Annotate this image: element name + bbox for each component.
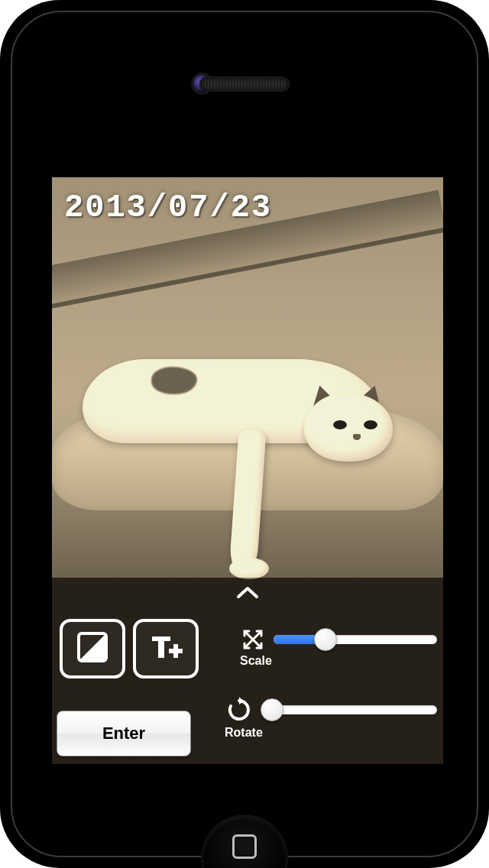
collapse-panel-button[interactable]: [236, 585, 259, 602]
expand-arrows-icon: [241, 628, 264, 651]
text-tool-button[interactable]: [133, 619, 199, 679]
date-stamp-overlay[interactable]: 2013/07/23: [64, 189, 272, 226]
home-button: [202, 816, 287, 868]
home-button-glyph: [232, 834, 257, 859]
photo-cat-eye: [333, 420, 347, 429]
slider-track: [261, 705, 437, 714]
rotate-slider-label: Rotate: [225, 726, 437, 740]
enter-button[interactable]: Enter: [57, 711, 191, 756]
rotate-slider[interactable]: [261, 698, 437, 721]
app-screen: 2013/07/23: [52, 177, 443, 764]
photo-cat-nose: [353, 434, 361, 440]
text-add-icon: [147, 629, 184, 669]
photo-cat-paw: [229, 558, 269, 579]
rotate-cw-icon: [226, 697, 252, 723]
rotate-slider-group: Rotate: [226, 697, 437, 740]
chevron-up-icon: [236, 588, 259, 601]
earpiece-speaker: [201, 78, 289, 90]
device-frame: 2013/07/23: [0, 0, 489, 868]
slider-thumb[interactable]: [314, 628, 337, 651]
photo-cat-eye: [364, 420, 377, 429]
scale-slider-group: Scale: [241, 628, 437, 668]
photo-cat-head: [304, 393, 393, 462]
slider-thumb[interactable]: [261, 698, 283, 721]
photo-cat-spot: [151, 367, 197, 394]
filter-tool-button[interactable]: [60, 619, 125, 679]
filter-contrast-icon: [74, 629, 111, 669]
edit-controls-panel: Enter: [52, 578, 443, 764]
photo-canvas[interactable]: [52, 177, 443, 578]
scale-slider[interactable]: [274, 628, 437, 651]
scale-slider-label: Scale: [240, 654, 437, 668]
